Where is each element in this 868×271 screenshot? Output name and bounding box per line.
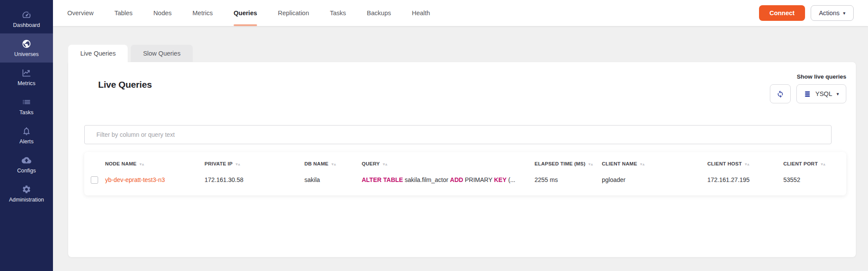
queries-tab-bar: Live Queries Slow Queries <box>68 45 854 62</box>
column-header-db-name[interactable]: DB NAME▾▴ <box>304 152 362 172</box>
column-header-client-host[interactable]: CLIENT HOST▾▴ <box>707 152 783 172</box>
query-filter-input[interactable] <box>84 125 832 144</box>
chevron-down-icon: ▾ <box>836 91 839 97</box>
column-header-private-ip[interactable]: PRIVATE IP▾▴ <box>205 152 304 172</box>
dashboard-gauge-icon <box>22 10 31 20</box>
sidebar-item-label: Administration <box>9 197 44 203</box>
header-checkbox-spacer <box>84 152 105 172</box>
nav-tab-queries[interactable]: Queries <box>234 0 257 26</box>
api-type-label: YSQL <box>815 90 832 97</box>
nav-tab-tasks[interactable]: Tasks <box>330 0 346 26</box>
live-queries-panel: Live Queries Show live queries YSQL ▾ <box>68 62 856 257</box>
chevron-down-icon: ▾ <box>843 10 845 16</box>
show-live-queries-label: Show live queries <box>797 73 846 80</box>
sort-icon[interactable]: ▾▴ <box>821 162 825 166</box>
cell-client-port: 53552 <box>783 172 846 195</box>
nav-tab-overview[interactable]: Overview <box>67 0 93 26</box>
sidebar-item-tasks[interactable]: Tasks <box>0 92 53 121</box>
sidebar-item-label: Alerts <box>20 139 34 145</box>
cell-client-host: 172.161.27.195 <box>707 172 783 195</box>
column-header-client-name[interactable]: CLIENT NAME▾▴ <box>602 152 707 172</box>
column-header-client-port[interactable]: CLIENT PORT▾▴ <box>783 152 846 172</box>
cell-client-name: pgloader <box>602 172 707 195</box>
cell-db-name: sakila <box>304 172 362 195</box>
sidebar-item-alerts[interactable]: Alerts <box>0 121 53 150</box>
sidebar-item-universes[interactable]: Universes <box>0 33 53 63</box>
row-checkbox-cell <box>84 172 105 195</box>
sort-icon[interactable]: ▾▴ <box>331 162 336 166</box>
sidebar: Dashboard Universes Metrics Tasks Alerts… <box>0 0 53 271</box>
actions-label: Actions <box>819 10 840 17</box>
universe-top-bar: Overview Tables Nodes Metrics Queries Re… <box>53 0 868 26</box>
sidebar-item-configs[interactable]: Configs <box>0 150 53 179</box>
tab-live-queries[interactable]: Live Queries <box>68 45 128 62</box>
row-checkbox[interactable] <box>91 176 98 184</box>
live-queries-table: NODE NAME▾▴ PRIVATE IP▾▴ DB NAME▾▴ QUERY… <box>84 152 846 195</box>
sort-icon[interactable]: ▾▴ <box>640 162 645 166</box>
queries-table-card: NODE NAME▾▴ PRIVATE IP▾▴ DB NAME▾▴ QUERY… <box>84 152 846 195</box>
refresh-button[interactable] <box>770 84 791 103</box>
api-type-dropdown[interactable]: YSQL ▾ <box>796 84 846 103</box>
node-name-link[interactable]: yb-dev-epratt-test3-n3 <box>105 176 165 183</box>
sort-icon[interactable]: ▾▴ <box>383 162 388 166</box>
topbar-actions: Connect Actions ▾ <box>759 0 868 26</box>
sidebar-item-dashboard[interactable]: Dashboard <box>0 4 53 33</box>
cell-query: ALTER TABLE sakila.film_actor ADD PRIMAR… <box>362 172 535 195</box>
metrics-chart-icon <box>22 68 31 78</box>
nav-tab-replication[interactable]: Replication <box>278 0 309 26</box>
sidebar-item-label: Dashboard <box>13 22 40 28</box>
nav-tab-backups[interactable]: Backups <box>367 0 391 26</box>
configs-cloud-icon <box>22 155 31 165</box>
tab-slow-queries[interactable]: Slow Queries <box>131 45 192 62</box>
sort-icon[interactable]: ▾▴ <box>140 162 145 166</box>
administration-gear-icon <box>22 185 31 194</box>
actions-dropdown-button[interactable]: Actions ▾ <box>811 5 854 21</box>
sidebar-item-metrics[interactable]: Metrics <box>0 63 53 92</box>
sort-icon[interactable]: ▾▴ <box>745 162 749 166</box>
query-controls: Show live queries YSQL ▾ <box>770 73 846 103</box>
cell-node-name: yb-dev-epratt-test3-n3 <box>105 172 205 195</box>
nav-tab-tables[interactable]: Tables <box>114 0 132 26</box>
controls-row: YSQL ▾ <box>770 84 846 103</box>
nav-tab-metrics[interactable]: Metrics <box>192 0 213 26</box>
tasks-list-icon <box>22 97 31 107</box>
refresh-icon <box>776 89 785 98</box>
table-row[interactable]: yb-dev-epratt-test3-n3 172.161.30.58 sak… <box>84 172 846 195</box>
page-title: Live Queries <box>98 79 152 90</box>
universe-globe-icon <box>22 39 31 49</box>
column-header-query[interactable]: QUERY▾▴ <box>362 152 535 172</box>
panel-header: Live Queries Show live queries YSQL ▾ <box>84 73 846 103</box>
sort-icon[interactable]: ▾▴ <box>588 162 593 166</box>
nav-tab-nodes[interactable]: Nodes <box>153 0 172 26</box>
column-header-node-name[interactable]: NODE NAME▾▴ <box>105 152 205 172</box>
alerts-bell-icon <box>22 126 31 136</box>
connect-button[interactable]: Connect <box>759 5 805 21</box>
database-icon <box>804 90 811 98</box>
universe-nav: Overview Tables Nodes Metrics Queries Re… <box>67 0 430 26</box>
sidebar-item-administration[interactable]: Administration <box>0 179 53 208</box>
table-header-row: NODE NAME▾▴ PRIVATE IP▾▴ DB NAME▾▴ QUERY… <box>84 152 846 172</box>
sidebar-item-label: Metrics <box>18 80 36 86</box>
sort-icon[interactable]: ▾▴ <box>236 162 241 166</box>
sidebar-item-label: Tasks <box>20 109 33 116</box>
cell-private-ip: 172.161.30.58 <box>205 172 304 195</box>
sidebar-item-label: Configs <box>17 168 36 174</box>
sidebar-item-label: Universes <box>14 51 39 57</box>
cell-elapsed-time: 2255 ms <box>535 172 602 195</box>
nav-tab-health[interactable]: Health <box>412 0 430 26</box>
column-header-elapsed-time[interactable]: ELAPSED TIME (MS)▾▴ <box>535 152 602 172</box>
queries-content: Live Queries Slow Queries Live Queries S… <box>53 26 868 271</box>
query-text: ALTER TABLE sakila.film_actor ADD PRIMAR… <box>362 176 515 183</box>
